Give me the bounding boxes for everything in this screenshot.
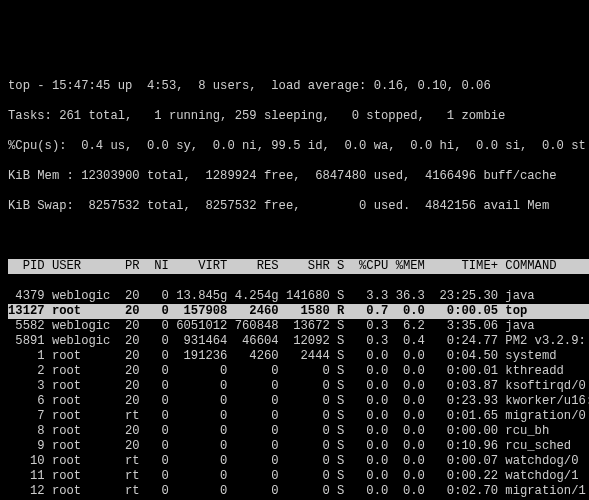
blank-line <box>8 229 589 244</box>
process-row[interactable]: 10 root rt 0 0 0 0 S 0.0 0.0 0:00.07 wat… <box>8 454 589 469</box>
process-row[interactable]: 5582 weblogic 20 0 6051012 760848 13672 … <box>8 319 589 334</box>
mem-line: KiB Mem : 12303900 total, 1289924 free, … <box>8 169 589 184</box>
top-terminal[interactable]: { "summary": { "line1": "top - 15:47:45 … <box>8 19 589 500</box>
process-row[interactable]: 7 root rt 0 0 0 0 S 0.0 0.0 0:01.65 migr… <box>8 409 589 424</box>
process-row[interactable]: 11 root rt 0 0 0 0 S 0.0 0.0 0:00.22 wat… <box>8 469 589 484</box>
tasks-line: Tasks: 261 total, 1 running, 259 sleepin… <box>8 109 589 124</box>
process-row[interactable]: 13127 root 20 0 157908 2460 1580 R 0.7 0… <box>8 304 589 319</box>
process-row[interactable]: 5891 weblogic 20 0 931464 46604 12092 S … <box>8 334 589 349</box>
process-row[interactable]: 2 root 20 0 0 0 0 S 0.0 0.0 0:00.01 kthr… <box>8 364 589 379</box>
cpu-line: %Cpu(s): 0.4 us, 0.0 sy, 0.0 ni, 99.5 id… <box>8 139 589 154</box>
process-list[interactable]: 4379 weblogic 20 0 13.845g 4.254g 141680… <box>8 289 589 500</box>
uptime-line: top - 15:47:45 up 4:53, 8 users, load av… <box>8 79 589 94</box>
process-row[interactable]: 3 root 20 0 0 0 0 S 0.0 0.0 0:03.87 ksof… <box>8 379 589 394</box>
process-row[interactable]: 4379 weblogic 20 0 13.845g 4.254g 141680… <box>8 289 589 304</box>
process-row[interactable]: 8 root 20 0 0 0 0 S 0.0 0.0 0:00.00 rcu_… <box>8 424 589 439</box>
process-row[interactable]: 1 root 20 0 191236 4260 2444 S 0.0 0.0 0… <box>8 349 589 364</box>
process-row[interactable]: 9 root 20 0 0 0 0 S 0.0 0.0 0:10.96 rcu_… <box>8 439 589 454</box>
column-headers[interactable]: PID USER PR NI VIRT RES SHR S %CPU %MEM … <box>8 259 589 274</box>
process-row[interactable]: 12 root rt 0 0 0 0 S 0.0 0.0 0:02.70 mig… <box>8 484 589 499</box>
process-row[interactable]: 6 root 20 0 0 0 0 S 0.0 0.0 0:23.93 kwor… <box>8 394 589 409</box>
swap-line: KiB Swap: 8257532 total, 8257532 free, 0… <box>8 199 589 214</box>
